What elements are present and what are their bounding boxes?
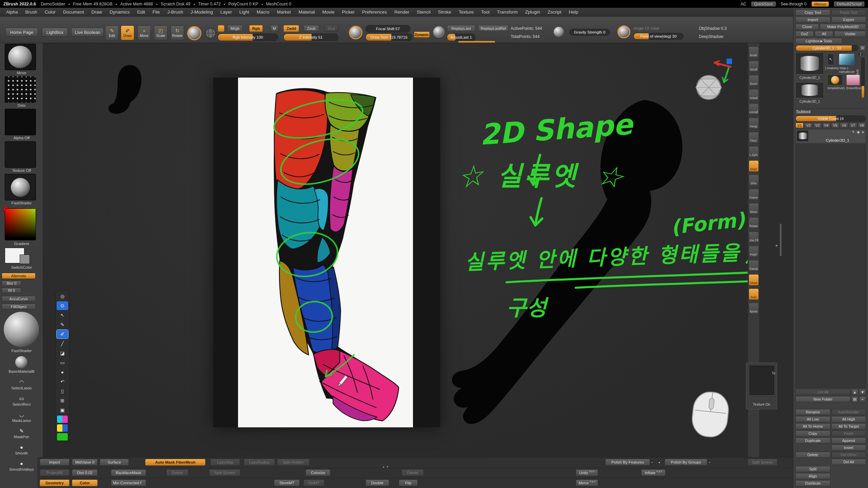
storemt-button[interactable]: StoreMT [274, 480, 300, 486]
shelf-button[interactable]: Brush [749, 46, 759, 58]
panel-action-button[interactable]: AutoReorder [831, 409, 866, 415]
menu-item[interactable]: Picker [342, 9, 355, 15]
anatomy-tool-thumbnail[interactable]: ↖ [827, 54, 834, 65]
menu-item[interactable]: Layer [220, 9, 232, 15]
shape-tool-icon[interactable]: ▭ [57, 358, 68, 367]
zadd-button[interactable]: Zadd [283, 25, 299, 32]
r-button[interactable]: R [859, 45, 866, 51]
spix-slider[interactable] [861, 58, 865, 98]
midvalue-slider[interactable]: MidValue 0 [72, 459, 98, 466]
obj-shadow-label[interactable]: ObjShadow 0.3 [699, 26, 727, 31]
menu-item[interactable]: Color [45, 9, 56, 15]
material-sphere[interactable] [4, 312, 39, 347]
shelf-button[interactable]: PolyF [749, 246, 759, 257]
texture-on-button[interactable]: Texture On [746, 402, 777, 406]
adjust-last-slider[interactable]: AdjustLast 1 [447, 34, 475, 41]
unify-button[interactable]: Unifyx y z [576, 469, 598, 476]
active-tool-slider[interactable]: Cylinder3D_1 : 33 [795, 45, 858, 51]
rgb-intensity-slider[interactable]: Rgb Intensity 100 [218, 34, 278, 41]
menu-item[interactable]: Brush [25, 9, 37, 15]
menu-item[interactable]: Texture [459, 9, 474, 15]
shelf-button[interactable]: Zoom [749, 75, 759, 86]
simplebrush-thumbnail[interactable] [827, 75, 843, 85]
home-page-button[interactable]: Home Page [5, 28, 38, 37]
accucurve-button[interactable]: AccuCurve [2, 296, 36, 302]
polish-by-features-button[interactable]: Polish By Features [605, 459, 650, 466]
split-screen-button-2[interactable]: Split Screen [209, 469, 240, 476]
basic-material-sphere[interactable] [15, 356, 27, 368]
seethrough-slider[interactable]: See-through 0 [781, 2, 807, 6]
shelf-button[interactable]: SPix [749, 175, 759, 186]
z-intensity-slider[interactable]: Z Intensity 51 [283, 34, 338, 41]
min-connected-button[interactable]: Min Connected f [111, 480, 146, 486]
menu-item[interactable]: Draw [92, 9, 102, 15]
subtool-version-tab[interactable]: V8 [858, 123, 866, 128]
lazyradius-slider[interactable]: LazyRadius [244, 459, 275, 466]
shelf-button[interactable]: Line Fill [749, 231, 759, 243]
mask-pen-tool[interactable]: ✎ MaskPen [0, 427, 43, 439]
pen-icon[interactable]: ✎ [57, 320, 68, 329]
delete-button-2[interactable]: Delete [401, 469, 424, 476]
rotate-mode-button[interactable]: ↻ Rotate [171, 25, 184, 40]
subtool-version-tab[interactable]: V1 [795, 123, 804, 128]
shelf-button[interactable]: Solo [749, 288, 759, 300]
shelf-button[interactable]: Frame [749, 189, 759, 200]
panel-action-button[interactable]: Del Other [831, 452, 866, 458]
stroke-preview-dots[interactable] [5, 76, 36, 103]
list-all-button[interactable]: List All [795, 389, 850, 395]
select-rect-tool[interactable]: ▭ SelectRect [0, 395, 43, 406]
menus-button[interactable]: Menus [811, 1, 829, 7]
canvas-scrollbar[interactable] [780, 224, 782, 256]
projectall-button[interactable]: ProjectAll [40, 469, 70, 476]
mrgb-button[interactable]: Mrgb [227, 25, 243, 32]
quicksave-button[interactable]: QuickSave [751, 1, 776, 7]
brush-preview-icon[interactable] [187, 26, 201, 40]
viewport-canvas[interactable]: 2D Shape ☆ 실루엣 ☆ (Form) 실루엣 안에 다양한 형태들을 … [43, 43, 748, 457]
dot-tool-icon[interactable]: ● [57, 368, 68, 377]
secondary-color-swatch[interactable] [20, 255, 30, 264]
shelf-button[interactable]: Rotate [749, 217, 759, 229]
panel-action-button[interactable]: Delete [795, 452, 830, 458]
subtool-version-tab[interactable]: V2 [804, 123, 812, 128]
cursor-icon[interactable]: ↖ [57, 311, 68, 320]
gravity-icon[interactable] [554, 27, 564, 37]
fillobject-button[interactable]: FillObject [2, 304, 36, 309]
auto-mask-fibermesh-button[interactable]: Auto Mask FiberMesh [145, 459, 205, 466]
highlighter-icon[interactable]: ✐ [57, 330, 68, 339]
menu-item[interactable]: Help [569, 9, 578, 15]
alternate-button[interactable]: Alternate [2, 273, 36, 279]
menu-item[interactable]: Tool [481, 9, 490, 15]
menu-item[interactable]: Preferences [362, 9, 387, 15]
replay-icon[interactable] [433, 26, 445, 38]
backfacemask-button[interactable]: BackfaceMask [111, 469, 146, 476]
panel-expand-arrow[interactable]: ► [775, 243, 779, 247]
blur-slider[interactable]: Blur 0 [2, 281, 21, 286]
texture-preview[interactable] [5, 141, 36, 168]
zscript-button[interactable]: DefaultZScript [834, 1, 865, 7]
undo-icon[interactable]: ↶ [57, 377, 68, 386]
texture-thumbnail[interactable] [750, 366, 774, 395]
shelf-button[interactable]: AAHalf [749, 103, 759, 115]
smooth-brush-tool[interactable]: ● Smooth [0, 444, 43, 455]
shelf-button[interactable]: Qxyz [749, 160, 759, 172]
fiber-import-button[interactable]: Import [40, 459, 70, 466]
folder-icon[interactable]: ▤ [851, 396, 858, 402]
colorize-button[interactable]: Colorize [305, 469, 331, 476]
import-button[interactable]: Import [795, 17, 830, 23]
screenshot-icon[interactable]: ⊞ [57, 396, 68, 405]
panel-action-button[interactable]: All High [831, 416, 866, 422]
subtool-version-tab[interactable]: V4 [822, 123, 830, 128]
menu-item[interactable]: Render [394, 9, 409, 15]
alpha-preview[interactable] [5, 109, 36, 135]
document-area[interactable] [213, 78, 440, 427]
panel-action-button[interactable]: Distribute [795, 480, 830, 486]
panel-action-button[interactable]: All To Target [831, 423, 866, 429]
shelf-button[interactable]: Move [749, 203, 759, 215]
split-hidden-button[interactable]: Split Hidden [277, 459, 310, 466]
dist-slider[interactable]: Dist 0.02 [72, 469, 98, 476]
drag-handle-icon[interactable]: ◎ [57, 292, 68, 301]
subtool-version-tab[interactable]: V3 [813, 123, 822, 128]
gravity-strength-slider[interactable]: Gravity Strength 0 [569, 29, 610, 36]
panel-action-button[interactable]: Duplicate [795, 438, 830, 444]
panel-action-button[interactable]: Paste [831, 430, 866, 436]
